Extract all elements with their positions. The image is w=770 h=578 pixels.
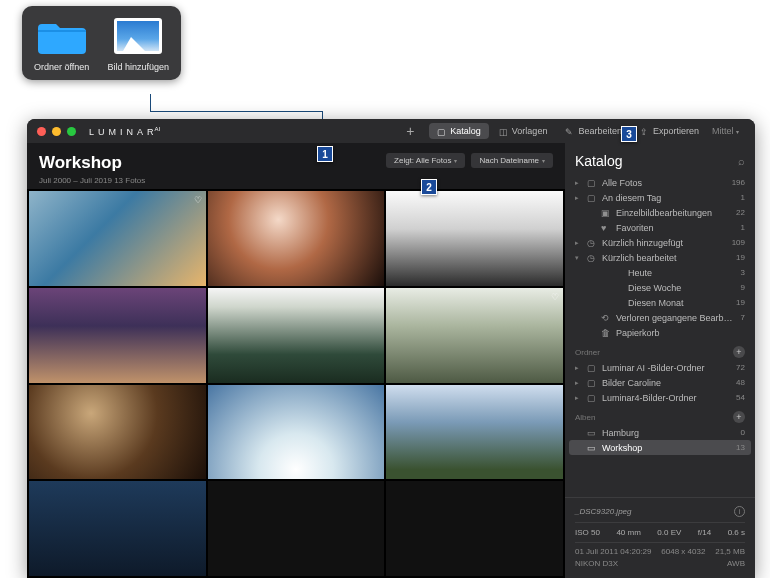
sidebar-item-hamburg[interactable]: ▭Hamburg0: [569, 425, 751, 440]
item-label: Workshop: [602, 443, 731, 453]
thumbnail[interactable]: [29, 385, 206, 480]
item-count: 3: [741, 268, 745, 277]
disclosure-icon: ▸: [575, 194, 582, 202]
item-icon: ◷: [587, 238, 597, 248]
sidebar-item-luminar-ai-bilder-ordner[interactable]: ▸▢Luminar AI -Bilder-Ordner72: [569, 360, 751, 375]
sidebar-item-diesen-monat[interactable]: Diesen Monat19: [569, 295, 751, 310]
thumbnail[interactable]: [208, 481, 385, 576]
tab-exportieren[interactable]: ⇪Exportieren: [632, 123, 707, 139]
annotation-marker-1: 1: [317, 146, 333, 162]
meta-shutter: 0.6 s: [728, 528, 745, 537]
sidebar-item-luminar4-bilder-ordner[interactable]: ▸▢Luminar4-Bilder-Ordner54: [569, 390, 751, 405]
picture-icon: [113, 16, 163, 56]
item-count: 22: [736, 208, 745, 217]
sidebar-item-workshop[interactable]: ▭Workshop13: [569, 440, 751, 455]
sidebar-item-heute[interactable]: Heute3: [569, 265, 751, 280]
item-count: 7: [741, 313, 745, 322]
item-label: Diese Woche: [628, 283, 736, 293]
edit-icon: ✎: [565, 127, 574, 136]
export-icon: ⇪: [640, 127, 649, 136]
folder-icon: [37, 16, 87, 56]
item-icon: ▣: [601, 208, 611, 218]
zoom-level[interactable]: Mittel ▾: [712, 126, 745, 136]
main-area: Workshop Juli 2000 – Juli 2019 13 Fotos …: [27, 143, 565, 578]
thumbnail[interactable]: [386, 191, 563, 286]
filter-sort[interactable]: Nach Dateiname▾: [471, 153, 553, 168]
plus-menu-callout: Ordner öffnen Bild hinzufügen: [22, 6, 181, 80]
item-label: Hamburg: [602, 428, 736, 438]
item-label: Kürzlich hinzugefügt: [602, 238, 727, 248]
connector-line: [150, 94, 151, 112]
item-count: 19: [736, 253, 745, 262]
sidebar-item-einzelbildbearbeitungen[interactable]: ▣Einzelbildbearbeitungen22: [569, 205, 751, 220]
disclosure-icon: ▸: [575, 394, 582, 402]
meta-filename: _DSC9320.jpeg: [575, 507, 631, 516]
item-label: Verloren gegangene Bearbeitungen: [616, 313, 736, 323]
disclosure-icon: ▸: [575, 239, 582, 247]
mode-tabs: ▢Katalog ◫Vorlagen ✎Bearbeiten ⇪Exportie…: [429, 123, 707, 139]
item-count: 19: [736, 298, 745, 307]
add-folder-button[interactable]: +: [733, 346, 745, 358]
open-folder-label: Ordner öffnen: [34, 62, 89, 72]
favorite-icon[interactable]: ♡: [551, 292, 559, 302]
app-window: LUMINARAI + ▢Katalog ◫Vorlagen ✎Bearbeit…: [27, 119, 755, 578]
thumbnail[interactable]: [29, 288, 206, 383]
annotation-marker-3: 3: [621, 126, 637, 142]
sidebar-item-bilder-caroline[interactable]: ▸▢Bilder Caroline48: [569, 375, 751, 390]
add-image-label: Bild hinzufügen: [107, 62, 169, 72]
thumbnail[interactable]: [208, 288, 385, 383]
connector-line: [150, 111, 322, 112]
item-count: 1: [741, 193, 745, 202]
thumbnail-grid: ♡ ♡: [27, 189, 565, 578]
thumbnail[interactable]: [386, 481, 563, 576]
page-subtitle: Juli 2000 – Juli 2019 13 Fotos: [39, 176, 145, 185]
item-label: An diesem Tag: [602, 193, 736, 203]
sidebar-item-papierkorb[interactable]: 🗑Papierkorb: [569, 325, 751, 340]
close-window-button[interactable]: [37, 127, 46, 136]
disclosure-icon: ▸: [575, 364, 582, 372]
filter-show[interactable]: Zeigt: Alle Fotos▾: [386, 153, 465, 168]
sidebar-item-k-rzlich-bearbeitet[interactable]: ▾◷Kürzlich bearbeitet19: [569, 250, 751, 265]
item-label: Favoriten: [616, 223, 736, 233]
add-album-button[interactable]: +: [733, 411, 745, 423]
sidebar-item-diese-woche[interactable]: Diese Woche9: [569, 280, 751, 295]
tab-katalog[interactable]: ▢Katalog: [429, 123, 489, 139]
item-icon: ▢: [587, 178, 597, 188]
meta-iso: ISO 50: [575, 528, 600, 537]
item-label: Papierkorb: [616, 328, 740, 338]
thumbnail[interactable]: [208, 385, 385, 480]
maximize-window-button[interactable]: [67, 127, 76, 136]
item-count: 0: [741, 428, 745, 437]
tab-bearbeiten[interactable]: ✎Bearbeiten: [557, 123, 630, 139]
item-count: 109: [732, 238, 745, 247]
item-count: 1: [741, 223, 745, 232]
sidebar-item-favoriten[interactable]: ♥Favoriten1: [569, 220, 751, 235]
meta-size: 21,5 MB: [715, 547, 745, 556]
add-button[interactable]: +: [400, 123, 420, 139]
thumbnail[interactable]: ♡: [386, 288, 563, 383]
sidebar-item-verloren-gegangene-bearbeitungen[interactable]: ⟲Verloren gegangene Bearbeitungen7: [569, 310, 751, 325]
metadata-panel: _DSC9320.jpeg i ISO 50 40 mm 0.0 EV f/14…: [565, 497, 755, 578]
tab-vorlagen[interactable]: ◫Vorlagen: [491, 123, 556, 139]
sidebar-item-alle-fotos[interactable]: ▸▢Alle Fotos196: [569, 175, 751, 190]
meta-wb: AWB: [727, 559, 745, 568]
item-count: 13: [736, 443, 745, 452]
item-label: Diesen Monat: [628, 298, 731, 308]
add-image-option[interactable]: Bild hinzufügen: [107, 16, 169, 72]
thumbnail[interactable]: [386, 385, 563, 480]
sidebar-item-an-diesem-tag[interactable]: ▸▢An diesem Tag1: [569, 190, 751, 205]
thumbnail[interactable]: [208, 191, 385, 286]
sidebar-item-k-rzlich-hinzugef-gt[interactable]: ▸◷Kürzlich hinzugefügt109: [569, 235, 751, 250]
minimize-window-button[interactable]: [52, 127, 61, 136]
thumbnail[interactable]: [29, 481, 206, 576]
folders-heading: Ordner: [575, 348, 600, 357]
open-folder-option[interactable]: Ordner öffnen: [34, 16, 89, 72]
favorite-icon[interactable]: ♡: [194, 195, 202, 205]
disclosure-icon: ▸: [575, 179, 582, 187]
disclosure-icon: ▸: [575, 379, 582, 387]
search-icon[interactable]: ⌕: [738, 155, 745, 167]
item-icon: ▢: [587, 363, 597, 373]
info-icon[interactable]: i: [734, 506, 745, 517]
item-count: 48: [736, 378, 745, 387]
thumbnail[interactable]: ♡: [29, 191, 206, 286]
